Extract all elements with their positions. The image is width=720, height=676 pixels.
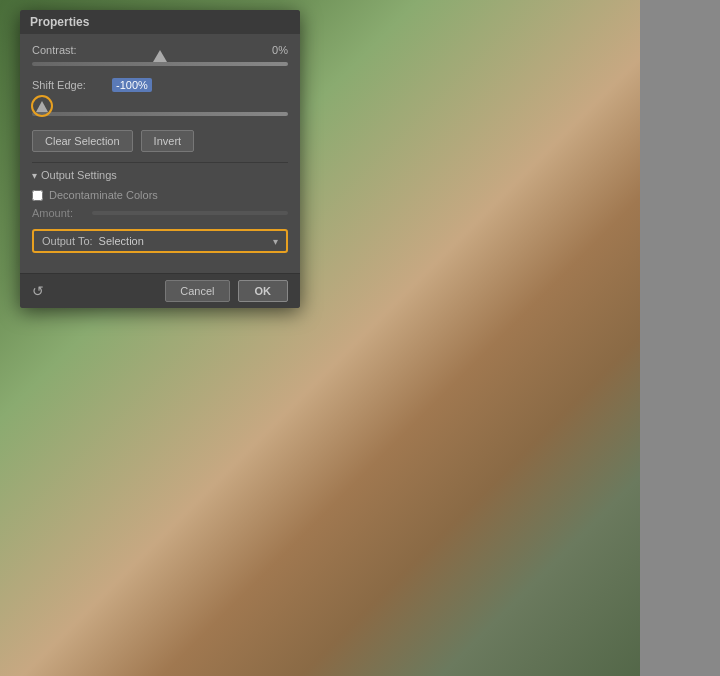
panel-title-text: Properties (30, 15, 89, 29)
shift-edge-label: Shift Edge: (32, 79, 112, 91)
output-to-label: Output To: (42, 235, 93, 247)
orange-ring (31, 95, 53, 117)
output-to-select[interactable]: Selection Layer Mask New Layer New Layer… (99, 235, 273, 247)
amount-slider-track (92, 211, 288, 215)
right-panel-strip (640, 0, 720, 676)
bottom-bar: ↺ Cancel OK (20, 273, 300, 308)
amount-label: Amount: (32, 207, 92, 219)
decontaminate-row: Decontaminate Colors (32, 189, 288, 201)
shift-edge-slider-track[interactable] (32, 112, 288, 116)
action-buttons-row: Clear Selection Invert (32, 130, 288, 152)
section-chevron-icon: ▾ (32, 170, 37, 181)
ok-button[interactable]: OK (238, 280, 289, 302)
decontaminate-label: Decontaminate Colors (49, 189, 158, 201)
contrast-slider-track[interactable] (32, 62, 288, 66)
contrast-slider-container (32, 62, 288, 66)
output-settings-label: Output Settings (41, 169, 117, 181)
cancel-button[interactable]: Cancel (165, 280, 229, 302)
properties-panel: Properties Contrast: 0% Shift Edge: -100… (20, 10, 300, 308)
shift-edge-row: Shift Edge: -100% (32, 78, 288, 92)
panel-title: Properties (20, 10, 300, 34)
amount-row: Amount: (32, 207, 288, 219)
invert-button[interactable]: Invert (141, 130, 195, 152)
shift-edge-thumb-wrapper[interactable] (31, 95, 53, 117)
decontaminate-checkbox[interactable] (32, 190, 43, 201)
output-chevron-icon: ▾ (273, 236, 278, 247)
output-settings-header[interactable]: ▾ Output Settings (32, 169, 288, 181)
reset-icon[interactable]: ↺ (32, 283, 44, 299)
panel-body: Contrast: 0% Shift Edge: -100% (20, 34, 300, 273)
output-to-row: Output To: Selection Layer Mask New Laye… (32, 229, 288, 253)
contrast-label: Contrast: (32, 44, 112, 56)
shift-edge-value: -100% (112, 78, 152, 92)
contrast-value: 0% (272, 44, 288, 56)
contrast-thumb[interactable] (153, 50, 167, 62)
clear-selection-button[interactable]: Clear Selection (32, 130, 133, 152)
thumb-triangle-inner (36, 101, 48, 112)
divider (32, 162, 288, 163)
shift-edge-slider-container (32, 98, 288, 116)
